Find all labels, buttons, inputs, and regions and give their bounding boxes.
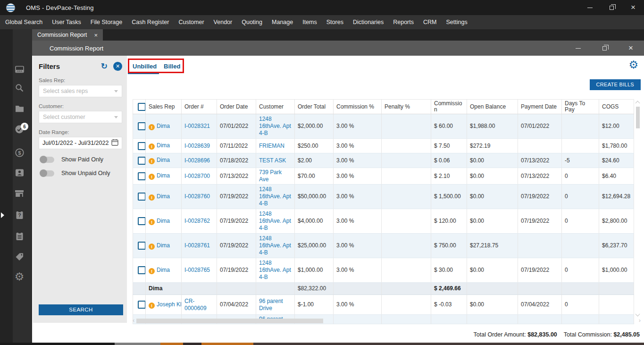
col-header-order[interactable]: Order #: [182, 100, 217, 114]
col-header-cogs[interactable]: COGS: [599, 100, 634, 114]
menu-item-user-tasks[interactable]: User Tasks: [47, 19, 86, 25]
menu-item-customer[interactable]: Customer: [174, 19, 209, 25]
settings-gear-icon[interactable]: ⚙: [14, 271, 25, 282]
menu-item-dictionaries[interactable]: Dictionaries: [348, 19, 388, 25]
row-checkbox[interactable]: [138, 122, 146, 130]
sales-rep-link[interactable]: Dima: [157, 142, 170, 149]
sales-rep-link[interactable]: Dima: [157, 193, 170, 200]
row-checkbox[interactable]: [138, 157, 146, 165]
col-header-sales-rep[interactable]: Sales Rep: [146, 100, 182, 114]
row-checkbox[interactable]: [138, 172, 146, 180]
menu-item-settings[interactable]: Settings: [441, 19, 472, 25]
row-checkbox[interactable]: [138, 301, 146, 309]
horizontal-scroll-thumb[interactable]: [136, 319, 323, 323]
order-link[interactable]: I-0028321: [184, 123, 210, 129]
customer-link[interactable]: 1248 16thAve. Apt 4-B: [259, 186, 291, 207]
customer-link[interactable]: FRIEMAN: [259, 143, 284, 149]
search-icon[interactable]: [14, 83, 25, 93]
folder-icon[interactable]: [14, 103, 25, 114]
sales-rep-link[interactable]: Dima: [157, 242, 170, 249]
vertical-scrollbar[interactable]: [635, 99, 641, 318]
order-link[interactable]: I-0028762: [184, 218, 210, 224]
customer-link[interactable]: 96 parent Drive: [259, 298, 283, 311]
tag-icon[interactable]: [14, 252, 25, 262]
filters-close-button[interactable]: ✕: [113, 62, 122, 71]
menu-item-quoting[interactable]: Quoting: [237, 19, 267, 25]
customer-link[interactable]: 1248 16thAve. Apt 4-B: [259, 260, 291, 280]
report-settings-gear-icon[interactable]: ⚙: [628, 59, 638, 70]
order-link[interactable]: I-0028700: [184, 173, 210, 179]
col-header-commission-pct[interactable]: Commission %: [334, 100, 382, 114]
restore-button[interactable]: [601, 0, 622, 15]
contacts-icon[interactable]: [14, 168, 25, 178]
sales-rep-link[interactable]: Dima: [157, 157, 170, 163]
horizontal-scrollbar[interactable]: ‹ ›: [133, 318, 641, 324]
select-all-checkbox[interactable]: [138, 103, 146, 111]
sales-rep-link[interactable]: Dima: [157, 267, 170, 273]
date-range-input[interactable]: Jul/01/2022 - Jul/31/2022: [39, 137, 122, 149]
create-bills-button[interactable]: CREATE BILLS: [590, 79, 641, 90]
order-link[interactable]: CR-0000609: [184, 298, 207, 311]
calendar-icon[interactable]: [111, 139, 118, 147]
menu-item-cash-register[interactable]: Cash Register: [127, 19, 174, 25]
dashboard-icon[interactable]: [14, 64, 25, 75]
refresh-icon[interactable]: ↻: [101, 61, 108, 71]
clipboard-question-icon[interactable]: ?: [14, 210, 25, 220]
col-header-order-date[interactable]: Order Date: [217, 100, 256, 114]
row-checkbox[interactable]: [138, 142, 146, 150]
show-unpaid-toggle[interactable]: [40, 170, 54, 177]
sidebar-expand-arrow[interactable]: [1, 212, 4, 218]
col-header-commission[interactable]: Commission: [431, 100, 467, 114]
customer-link[interactable]: 1248 16thAve. Apt 4-B: [259, 116, 291, 136]
tab-commission-report[interactable]: Commission Report ×: [32, 29, 103, 41]
tab-close-icon[interactable]: ×: [94, 32, 98, 39]
menu-item-vendor[interactable]: Vendor: [209, 19, 237, 25]
sales-rep-link[interactable]: Dima: [157, 172, 170, 179]
menu-item-reports[interactable]: Reports: [388, 19, 418, 25]
row-checkbox[interactable]: [138, 266, 146, 274]
close-button[interactable]: ×: [622, 0, 644, 15]
order-link[interactable]: I-0028639: [184, 143, 210, 149]
customer-link[interactable]: 1248 16thAve. Apt 4-B: [259, 210, 291, 231]
row-checkbox[interactable]: [138, 217, 146, 225]
clipboard-list-icon[interactable]: [14, 231, 25, 241]
sales-rep-link[interactable]: Dima: [157, 218, 170, 224]
finance-dollar-icon[interactable]: $: [14, 147, 25, 158]
sales-rep-link[interactable]: Joseph Kl: [157, 301, 182, 308]
row-checkbox[interactable]: [138, 242, 146, 250]
menu-item-file-storage[interactable]: File Storage: [86, 19, 127, 25]
col-header-open-balance[interactable]: Open Balance: [467, 100, 518, 114]
select-all-header[interactable]: [133, 100, 146, 114]
order-link[interactable]: I-0028696: [184, 157, 210, 164]
inner-minimize-button[interactable]: [565, 41, 591, 56]
order-link[interactable]: I-0028760: [184, 193, 210, 200]
scroll-left-icon[interactable]: ‹: [133, 317, 134, 324]
customer-link[interactable]: TEST ASK: [259, 157, 286, 164]
col-header-penalty-pct[interactable]: Penalty %: [382, 100, 431, 114]
sales-rep-link[interactable]: Dima: [157, 123, 170, 129]
col-header-payment-date[interactable]: Payment Date: [518, 100, 562, 114]
menu-item-items[interactable]: Items: [298, 19, 322, 25]
menu-item-global-search[interactable]: Global Search: [0, 19, 47, 25]
menu-item-crm[interactable]: CRM: [418, 19, 441, 25]
search-button[interactable]: SEARCH: [39, 304, 123, 315]
sales-rep-select[interactable]: Select sales reps: [39, 85, 122, 97]
customer-link[interactable]: 739 Park Ave: [259, 169, 282, 183]
scroll-right-icon[interactable]: ›: [639, 317, 641, 324]
inner-close-button[interactable]: ×: [618, 41, 644, 56]
order-link[interactable]: I-0028761: [184, 242, 210, 249]
menu-item-manage[interactable]: Manage: [267, 19, 298, 25]
scroll-up-icon[interactable]: [636, 101, 640, 106]
order-link[interactable]: I-0028765: [184, 267, 210, 273]
customer-select[interactable]: Select customer: [39, 111, 122, 123]
scroll-down-icon[interactable]: [636, 312, 640, 317]
menu-item-stores[interactable]: Stores: [322, 19, 348, 25]
minimize-button[interactable]: [579, 0, 601, 15]
show-paid-toggle[interactable]: [40, 157, 54, 163]
col-header-days-to-pay[interactable]: Days To Pay: [562, 100, 599, 114]
store-icon[interactable]: [14, 188, 25, 199]
customer-link[interactable]: 1248 16thAve. Apt 4-B: [259, 235, 291, 256]
inner-restore-button[interactable]: [591, 41, 618, 56]
row-checkbox[interactable]: [138, 193, 146, 201]
col-header-customer[interactable]: Customer: [256, 100, 295, 114]
